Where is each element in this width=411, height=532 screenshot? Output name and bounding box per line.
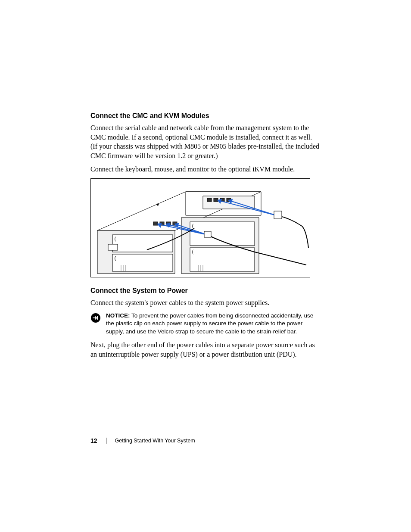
svg-rect-4 bbox=[190, 248, 255, 271]
notice-arrow-icon bbox=[90, 313, 101, 323]
section-heading-cmc-kvm: Connect the CMC and KVM Modules bbox=[90, 112, 321, 120]
notice-text: NOTICE: To prevent the power cables from… bbox=[106, 312, 321, 336]
svg-rect-23 bbox=[97, 316, 98, 320]
svg-rect-3 bbox=[190, 222, 255, 246]
svg-rect-20 bbox=[204, 231, 211, 237]
svg-rect-2 bbox=[112, 254, 173, 271]
paragraph-power-connect: Connect the system's power cables to the… bbox=[90, 298, 321, 308]
notice-label: NOTICE: bbox=[106, 312, 130, 319]
svg-rect-6 bbox=[214, 198, 218, 202]
notice-block: NOTICE: To prevent the power cables from… bbox=[90, 312, 321, 336]
page-number: 12 bbox=[90, 437, 97, 444]
section-heading-power: Connect the System to Power bbox=[90, 287, 321, 295]
svg-rect-9 bbox=[153, 222, 158, 225]
svg-rect-5 bbox=[207, 198, 212, 202]
document-page: Connect the CMC and KVM Modules Connect … bbox=[0, 0, 411, 359]
paragraph-power-source: Next, plug the other end of the power ca… bbox=[90, 340, 321, 359]
footer-separator bbox=[106, 438, 106, 444]
svg-rect-21 bbox=[108, 244, 118, 250]
paragraph-cmc-connect: Connect the serial cable and network cab… bbox=[90, 123, 321, 160]
figure-module-connections bbox=[90, 178, 310, 277]
page-footer: 12 Getting Started With Your System bbox=[90, 437, 195, 444]
svg-rect-19 bbox=[274, 211, 282, 219]
paragraph-ikvm-connect: Connect the keyboard, mouse, and monitor… bbox=[90, 165, 321, 174]
svg-point-0 bbox=[157, 204, 159, 205]
notice-body: To prevent the power cables from being d… bbox=[106, 312, 313, 335]
footer-title: Getting Started With Your System bbox=[115, 438, 195, 444]
